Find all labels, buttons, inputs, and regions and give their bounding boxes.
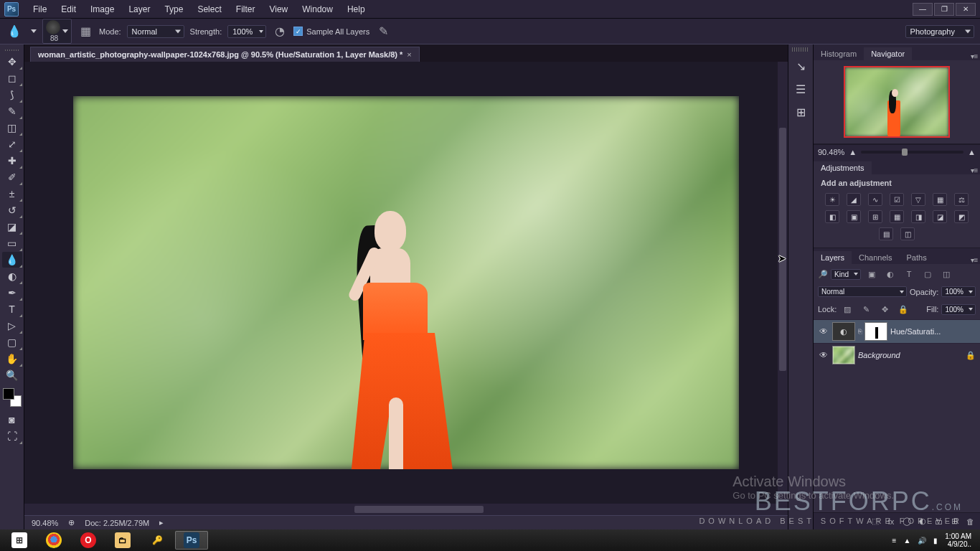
- close-tab-icon[interactable]: ×: [407, 50, 411, 59]
- delete-layer-icon[interactable]: 🗑: [964, 516, 976, 527]
- tool-preset-arrow[interactable]: [31, 29, 37, 33]
- tab-histogram[interactable]: Histogram: [814, 47, 864, 60]
- adj-curves-icon[interactable]: ∿: [868, 193, 882, 206]
- system-tray[interactable]: ≡ ▲ 🔊 ▮ 1:00 AM 4/9/20..: [887, 532, 977, 548]
- move-tool[interactable]: ✥: [2, 54, 22, 70]
- tab-channels[interactable]: Channels: [852, 251, 899, 264]
- sample-all-layers-checkbox[interactable]: ✓: [293, 27, 303, 36]
- layer-filter-kind[interactable]: Kind: [831, 269, 861, 280]
- adj-gradient-icon[interactable]: ▤: [879, 227, 893, 240]
- start-button[interactable]: ⊞: [3, 531, 36, 550]
- layer-thumb-image[interactable]: [832, 346, 855, 364]
- blur-tool[interactable]: 💧: [2, 252, 22, 268]
- panel-menu-icon[interactable]: ▾≡: [969, 52, 980, 60]
- layer-row-background[interactable]: 👁 Background 🔒: [814, 343, 980, 367]
- lock-transparent-icon[interactable]: ▨: [839, 301, 855, 317]
- canvas[interactable]: [24, 62, 788, 504]
- filter-adjustment-icon[interactable]: ◐: [882, 266, 898, 282]
- layer-row-huesat[interactable]: 👁 ◐ ⎘ Hue/Saturati...: [814, 319, 980, 343]
- filter-shape-icon[interactable]: ▢: [920, 266, 936, 282]
- opacity-input[interactable]: 100%: [941, 286, 976, 297]
- adj-balance-icon[interactable]: ⚖: [954, 193, 969, 206]
- window-minimize[interactable]: —: [913, 3, 933, 16]
- marquee-tool[interactable]: ◻: [2, 70, 22, 86]
- adj-posterize-icon[interactable]: ◪: [933, 210, 947, 223]
- dock-handle[interactable]: [792, 47, 809, 52]
- type-tool[interactable]: T: [2, 301, 22, 317]
- adj-hue-icon[interactable]: ▦: [933, 193, 947, 206]
- tab-navigator[interactable]: Navigator: [864, 47, 912, 60]
- taskbar-explorer[interactable]: 🗀: [106, 531, 139, 550]
- filter-type-icon[interactable]: T: [901, 266, 917, 282]
- layer-thumb-adjustment[interactable]: ◐: [832, 322, 855, 341]
- menu-filter[interactable]: Filter: [229, 1, 263, 17]
- adj-exposure-icon[interactable]: ☑: [890, 193, 904, 206]
- panel-menu-icon[interactable]: ▾≡: [969, 256, 980, 264]
- taskbar-photoshop[interactable]: Ps: [175, 531, 208, 550]
- zoom-tool[interactable]: 🔍: [2, 367, 22, 383]
- vertical-scroll-thumb[interactable]: [779, 128, 786, 371]
- healing-tool[interactable]: ✚: [2, 153, 22, 169]
- status-icon[interactable]: ⊕: [68, 518, 75, 527]
- dodge-tool[interactable]: ◐: [2, 268, 22, 284]
- gradient-tool[interactable]: ▭: [2, 235, 22, 251]
- tab-adjustments[interactable]: Adjustments: [814, 161, 872, 174]
- taskbar-app[interactable]: 🔑: [141, 531, 174, 550]
- history-brush-tool[interactable]: ↺: [2, 202, 22, 218]
- path-select-tool[interactable]: ▷: [2, 318, 22, 334]
- shape-tool[interactable]: ▢: [2, 334, 22, 350]
- crop-tool[interactable]: ◫: [2, 120, 22, 136]
- brush-panel-toggle[interactable]: ▦: [77, 24, 93, 39]
- new-group-icon[interactable]: 🗀: [933, 516, 944, 527]
- layer-blend-mode[interactable]: Normal: [818, 286, 907, 297]
- lock-all-icon[interactable]: 🔒: [895, 301, 911, 317]
- eyedropper-tool[interactable]: ⤢: [2, 136, 22, 152]
- adj-invert-icon[interactable]: ◨: [911, 210, 925, 223]
- menu-edit[interactable]: Edit: [54, 1, 83, 17]
- toolbox-handle[interactable]: [0, 47, 24, 53]
- foreground-color[interactable]: [3, 388, 14, 400]
- zoom-out-icon[interactable]: ▲: [849, 148, 857, 156]
- layer-name[interactable]: Background: [858, 351, 963, 359]
- visibility-toggle-icon[interactable]: 👁: [818, 350, 829, 360]
- panel-menu-icon[interactable]: ▾≡: [969, 166, 980, 174]
- hand-tool[interactable]: ✋: [2, 351, 22, 367]
- menu-type[interactable]: Type: [157, 1, 190, 17]
- tray-battery-icon[interactable]: ▮: [933, 537, 938, 545]
- filter-smart-icon[interactable]: ◫: [938, 266, 954, 282]
- menu-window[interactable]: Window: [295, 1, 340, 17]
- tab-layers[interactable]: Layers: [814, 251, 852, 264]
- menu-file[interactable]: File: [26, 1, 54, 17]
- blend-mode-select[interactable]: Normal: [127, 25, 184, 38]
- brush-preset-picker[interactable]: 88: [42, 19, 72, 44]
- adj-levels-icon[interactable]: ◢: [847, 193, 861, 206]
- history-panel-icon[interactable]: ↘: [792, 57, 809, 75]
- actions-panel-icon[interactable]: ☰: [792, 80, 809, 98]
- layer-fx-icon[interactable]: fx: [885, 516, 897, 527]
- navigator-zoom-slider[interactable]: [861, 151, 963, 154]
- lasso-tool[interactable]: ⟆: [2, 87, 22, 103]
- vertical-scrollbar[interactable]: [778, 62, 788, 504]
- zoom-in-icon[interactable]: ▲: [968, 148, 976, 156]
- adj-threshold-icon[interactable]: ◩: [954, 210, 969, 223]
- tray-sound-icon[interactable]: 🔊: [918, 537, 926, 545]
- adj-vibrance-icon[interactable]: ▽: [911, 193, 925, 206]
- filter-pixel-icon[interactable]: ▣: [864, 266, 880, 282]
- menu-layer[interactable]: Layer: [121, 1, 157, 17]
- color-swatch[interactable]: [3, 388, 22, 407]
- tablet-pressure-icon[interactable]: ✎: [375, 24, 391, 39]
- menu-select[interactable]: Select: [190, 1, 228, 17]
- adj-selective-icon[interactable]: ◫: [900, 227, 915, 240]
- strength-input[interactable]: 100%: [227, 25, 266, 38]
- taskbar-opera[interactable]: O: [72, 531, 105, 550]
- taskbar-chrome[interactable]: [37, 531, 70, 550]
- tray-time[interactable]: 1:00 AM: [945, 532, 971, 540]
- menu-help[interactable]: Help: [340, 1, 372, 17]
- navigator-zoom-value[interactable]: 90.48%: [818, 148, 844, 156]
- quickmask-toggle[interactable]: ◙: [2, 412, 22, 428]
- brush-tool[interactable]: ✐: [2, 169, 22, 185]
- link-icon[interactable]: ⎘: [858, 328, 862, 335]
- menu-image[interactable]: Image: [83, 1, 121, 17]
- add-mask-icon[interactable]: ◯: [901, 516, 913, 527]
- tray-flag-icon[interactable]: ≡: [892, 537, 897, 545]
